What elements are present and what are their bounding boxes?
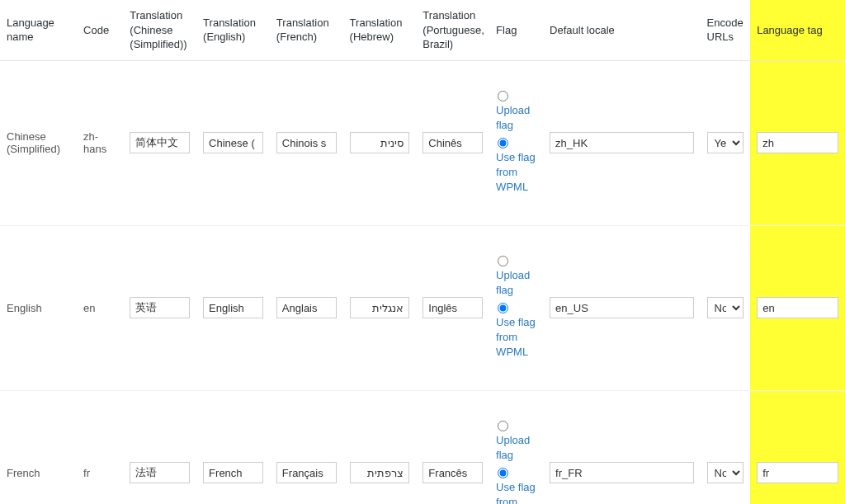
language-name-cell: Chinese (Simplified) — [0, 60, 77, 225]
col-header-locale: Default locale — [543, 0, 701, 60]
col-header-encode-urls: Encode URLs — [701, 0, 751, 60]
table-row: Chinese (Simplified)zh-hansUpload flagUs… — [0, 60, 845, 225]
flag-radio-wpml-label: Use flag from WPML — [496, 480, 536, 504]
language-tag-cell — [750, 60, 845, 225]
encode-urls-select[interactable]: YesNo — [707, 132, 744, 153]
encode-cell: YesNo — [701, 60, 751, 225]
col-header-name: Language name — [0, 0, 77, 60]
default-locale-input[interactable] — [550, 297, 694, 318]
flag-cell: Upload flagUse flag from WPML — [489, 60, 543, 225]
translation-fr-input[interactable] — [276, 462, 337, 483]
flag-radio-upload[interactable] — [498, 91, 508, 101]
encode-urls-select[interactable]: YesNo — [707, 297, 744, 318]
language-name-cell: English — [0, 225, 77, 390]
translation-cell — [270, 390, 343, 504]
flag-radio-wpml[interactable] — [498, 303, 508, 313]
flag-radio-upload[interactable] — [498, 421, 508, 431]
translation-en-input[interactable] — [203, 132, 263, 153]
translation-cell — [270, 225, 343, 390]
encode-urls-select[interactable]: YesNo — [707, 462, 744, 483]
col-header-translation-fr: Translation (French) — [270, 0, 343, 60]
encode-cell: YesNo — [701, 390, 751, 504]
language-tag-input[interactable] — [757, 297, 838, 318]
locale-cell — [543, 225, 701, 390]
flag-option-upload[interactable]: Upload flag — [496, 421, 536, 463]
default-locale-input[interactable] — [550, 132, 694, 153]
flag-option-upload[interactable]: Upload flag — [496, 91, 536, 133]
flag-radio-wpml[interactable] — [498, 138, 508, 148]
translation-cell — [343, 390, 417, 504]
languages-table: Language name Code Translation (Chinese … — [0, 0, 845, 504]
translation-cell — [196, 60, 270, 225]
translation-en-input[interactable] — [203, 462, 263, 483]
language-code-cell: zh-hans — [77, 60, 123, 225]
translation-he-input[interactable] — [350, 297, 410, 318]
flag-radio-upload-label: Upload flag — [496, 433, 536, 463]
translation-pt-input[interactable] — [422, 297, 483, 318]
translation-zh-input[interactable] — [130, 297, 190, 318]
col-header-translation-en: Translation (English) — [196, 0, 270, 60]
translation-he-input[interactable] — [350, 462, 410, 483]
translation-cell — [196, 390, 270, 504]
locale-cell — [543, 390, 701, 504]
translation-zh-input[interactable] — [130, 132, 190, 153]
flag-radio-wpml[interactable] — [498, 468, 508, 478]
language-tag-cell — [750, 390, 845, 504]
translation-cell — [343, 225, 417, 390]
flag-option-wpml[interactable]: Use flag from WPML — [496, 138, 536, 195]
col-header-translation-zh: Translation (Chinese (Simplified)) — [123, 0, 196, 60]
flag-radio-wpml-label: Use flag from WPML — [496, 150, 536, 195]
col-header-translation-pt: Translation (Portuguese, Brazil) — [416, 0, 489, 60]
translation-en-input[interactable] — [203, 297, 263, 318]
default-locale-input[interactable] — [550, 462, 694, 483]
encode-cell: YesNo — [701, 225, 751, 390]
table-row: FrenchfrUpload flagUse flag from WPMLYes… — [0, 390, 845, 504]
language-tag-cell — [750, 225, 845, 390]
col-header-code: Code — [77, 0, 123, 60]
flag-radio-upload-label: Upload flag — [496, 103, 536, 133]
translation-cell — [343, 60, 417, 225]
translation-cell — [416, 390, 489, 504]
translation-cell — [123, 60, 196, 225]
translation-cell — [416, 60, 489, 225]
translation-cell — [416, 225, 489, 390]
language-code-cell: fr — [77, 390, 123, 504]
translation-pt-input[interactable] — [422, 462, 483, 483]
col-header-translation-he: Translation (Hebrew) — [343, 0, 417, 60]
flag-option-upload[interactable]: Upload flag — [496, 256, 536, 298]
translation-he-input[interactable] — [350, 132, 410, 153]
translation-cell — [196, 225, 270, 390]
language-name-cell: French — [0, 390, 77, 504]
flag-radio-upload-label: Upload flag — [496, 268, 536, 298]
col-header-language-tag: Language tag — [750, 0, 845, 60]
translation-fr-input[interactable] — [276, 132, 337, 153]
translation-pt-input[interactable] — [422, 132, 483, 153]
translation-fr-input[interactable] — [276, 297, 337, 318]
flag-option-wpml[interactable]: Use flag from WPML — [496, 468, 536, 504]
translation-cell — [123, 390, 196, 504]
table-row: EnglishenUpload flagUse flag from WPMLYe… — [0, 225, 845, 390]
flag-radio-wpml-label: Use flag from WPML — [496, 315, 536, 360]
flag-cell: Upload flagUse flag from WPML — [489, 225, 543, 390]
flag-radio-upload[interactable] — [498, 256, 508, 266]
language-tag-input[interactable] — [757, 462, 838, 483]
translation-zh-input[interactable] — [130, 462, 190, 483]
translation-cell — [270, 60, 343, 225]
col-header-flag: Flag — [489, 0, 543, 60]
locale-cell — [543, 60, 701, 225]
translation-cell — [123, 225, 196, 390]
language-code-cell: en — [77, 225, 123, 390]
flag-cell: Upload flagUse flag from WPML — [489, 390, 543, 504]
flag-option-wpml[interactable]: Use flag from WPML — [496, 303, 536, 360]
language-tag-input[interactable] — [757, 132, 838, 153]
